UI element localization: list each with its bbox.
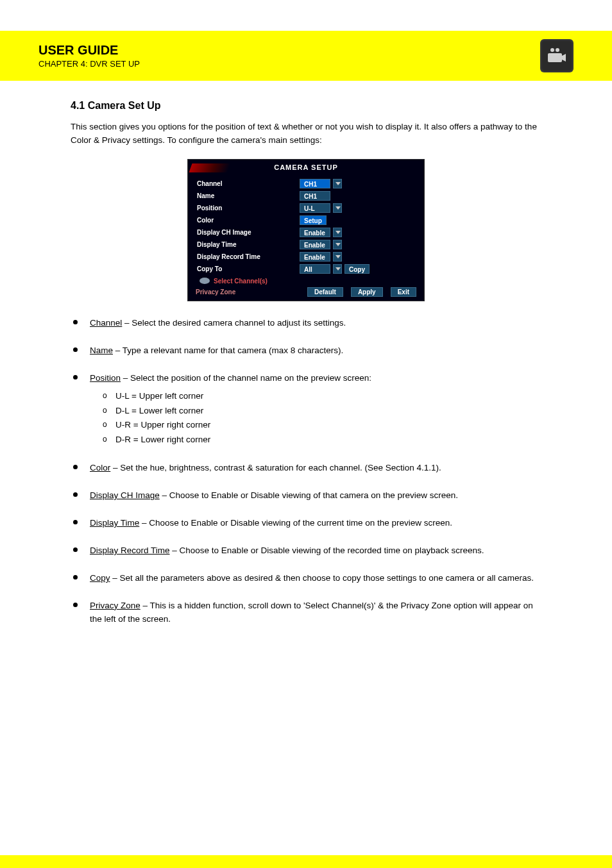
screenshot-field: Enable (300, 240, 342, 249)
svg-point-1 (556, 48, 559, 52)
bullet-label: Position (90, 373, 121, 383)
camera-setup-screenshot: CAMERA SETUP ChannelCH1NameCH1PositionU-… (187, 159, 425, 301)
camera-icon (540, 39, 574, 72)
screenshot-field: Enable (300, 228, 342, 237)
bullet-item: Privacy Zone – This is a hidden function… (90, 599, 541, 626)
bullet-separator: – (110, 573, 120, 583)
screenshot-field: CH1 (300, 179, 342, 188)
sublist-item: D-R = Lower right corner (115, 433, 541, 447)
screenshot-corner-graphic (189, 163, 230, 172)
screenshot-row: NameCH1 (188, 190, 424, 202)
screenshot-field-value[interactable]: Enable (300, 240, 330, 249)
bullet-separator: – (113, 346, 123, 355)
sublist-item: D-L = Lower left corner (115, 404, 541, 419)
bullet-text: This is a hidden function, scroll down t… (90, 601, 533, 624)
dropdown-arrow-icon[interactable] (333, 264, 342, 274)
apply-button[interactable]: Apply (351, 287, 383, 297)
svg-rect-2 (548, 53, 562, 62)
bullet-label: Color (90, 463, 110, 472)
screenshot-field-value[interactable]: U-L (300, 203, 330, 213)
screenshot-field-value[interactable]: Enable (300, 252, 330, 262)
bullet-label: Display CH Image (90, 490, 160, 500)
screenshot-field-value[interactable]: CH1 (300, 191, 330, 201)
bullet-text: Choose to Enable or Disable viewing of t… (169, 490, 458, 500)
dropdown-arrow-icon[interactable] (333, 252, 342, 262)
sublist-item: U-L = Upper left corner (115, 389, 541, 404)
bullet-label: Display Record Time (90, 546, 170, 555)
screenshot-field: CH1 (300, 191, 330, 201)
header-subtitle: CHAPTER 4: DVR SET UP (38, 59, 540, 69)
bullet-item: Display Time – Choose to Enable or Disab… (90, 517, 541, 530)
screenshot-row: PositionU-L (188, 202, 424, 214)
page-content: 4.1 Camera Set Up This section gives you… (0, 81, 612, 626)
bullet-separator: – (110, 463, 120, 472)
dropdown-arrow-icon[interactable] (333, 240, 342, 249)
bullet-label: Privacy Zone (90, 601, 140, 610)
bullet-text: Choose to Enable or Disable viewing of t… (180, 546, 484, 555)
screenshot-field: Enable (300, 252, 342, 262)
screenshot-row: Copy ToAllCopy (188, 263, 424, 275)
bullet-separator: – (121, 373, 130, 383)
screenshot-field: U-L (300, 203, 342, 213)
bullet-separator: – (170, 546, 180, 555)
bullet-item: Color – Set the hue, brightness, contras… (90, 462, 541, 475)
screenshot-field: Setup (300, 215, 327, 225)
screenshot-field: AllCopy (300, 264, 370, 274)
screenshot-field-label: Color (197, 217, 300, 224)
screenshot-row: Display CH ImageEnable (188, 226, 424, 238)
bullet-list: Channel – Select the desired camera chan… (71, 317, 541, 626)
header-text: USER GUIDE CHAPTER 4: DVR SET UP (38, 43, 540, 69)
bullet-label: Name (90, 346, 113, 355)
default-button[interactable]: Default (307, 287, 343, 297)
screenshot-field-value[interactable]: Enable (300, 228, 330, 237)
dropdown-arrow-icon[interactable] (333, 228, 342, 237)
section-intro: This section gives you options for the p… (71, 121, 541, 147)
screenshot-field-label: Position (197, 204, 300, 212)
screenshot-field-value[interactable]: CH1 (300, 179, 330, 188)
exit-button[interactable]: Exit (391, 287, 416, 297)
svg-point-0 (550, 48, 554, 52)
bullet-separator: – (122, 318, 132, 328)
cloud-icon (200, 278, 210, 284)
screenshot-field-label: Copy To (197, 265, 300, 272)
sublist-item: U-R = Upper right corner (115, 418, 541, 433)
bullet-item: Position – Select the position of the ch… (90, 372, 541, 448)
screenshot-field-label: Name (197, 192, 300, 199)
bullet-separator: – (140, 601, 150, 610)
copy-button[interactable]: Copy (344, 264, 370, 274)
screenshot-row: ChannelCH1 (188, 178, 424, 190)
screenshot-field-label: Channel (197, 180, 300, 187)
bullet-item: Channel – Select the desired camera chan… (90, 317, 541, 330)
footer-bar: © Blaupunkt 2013 Blaupunkt Competence Ce… (0, 855, 612, 868)
bullet-item: Display Record Time – Choose to Enable o… (90, 544, 541, 558)
bullet-text: Set the hue, brightness, contrast & satu… (120, 463, 441, 472)
bullet-sublist: U-L = Upper left cornerD-L = Lower left … (90, 389, 541, 448)
privacy-zone-label: Privacy Zone (196, 288, 235, 296)
screenshot-row: Display TimeEnable (188, 238, 424, 251)
header-bar: USER GUIDE CHAPTER 4: DVR SET UP (0, 31, 612, 81)
bullet-item: Display CH Image – Choose to Enable or D… (90, 489, 541, 503)
screenshot-field-label: Display Time (197, 241, 300, 248)
bullet-text: Select the desired camera channel to adj… (132, 318, 346, 328)
bullet-separator: – (139, 518, 149, 528)
screenshot-field-value[interactable]: Setup (300, 215, 327, 225)
dropdown-arrow-icon[interactable] (333, 203, 342, 213)
select-channels-label: Select Channel(s) (214, 278, 268, 285)
bullet-text: Choose to Enable or Disable viewing of t… (149, 518, 452, 528)
bullet-text: Select the position of the channel name … (130, 373, 371, 383)
bullet-item: Name – Type a relevant name for that cam… (90, 344, 541, 358)
dropdown-arrow-icon[interactable] (333, 179, 342, 188)
screenshot-row: Display Record TimeEnable (188, 251, 424, 263)
bullet-item: Copy – Set all the parameters above as d… (90, 572, 541, 585)
bullet-label: Copy (90, 573, 110, 583)
svg-marker-3 (562, 54, 566, 62)
screenshot-field-label: Display Record Time (197, 253, 300, 260)
bullet-label: Channel (90, 318, 122, 328)
header-title: USER GUIDE (38, 43, 540, 58)
section-heading: 4.1 Camera Set Up (71, 100, 541, 112)
bullet-text: Set all the parameters above as desired … (120, 573, 534, 583)
bullet-separator: – (160, 490, 169, 500)
screenshot-field-label: Display CH Image (197, 229, 300, 236)
bullet-label: Display Time (90, 518, 139, 528)
screenshot-field-value[interactable]: All (300, 264, 330, 274)
